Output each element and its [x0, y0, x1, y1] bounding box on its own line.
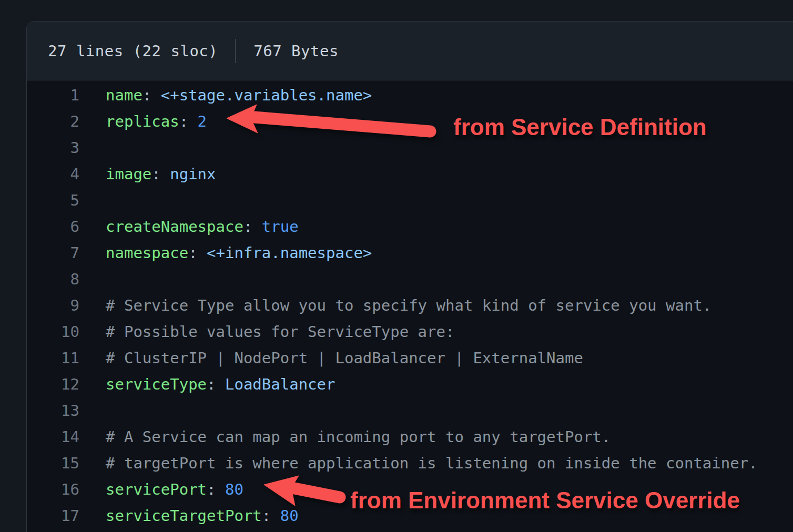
comment-token: # Service Type allow you to specify what… — [106, 296, 711, 314]
code-line: 7namespace: <+infra.namespace> — [27, 240, 793, 266]
line-number[interactable]: 14 — [27, 424, 79, 450]
yaml-value-token: 2 — [198, 112, 207, 130]
code-line-content: replicas: 2 — [79, 108, 207, 135]
line-number[interactable]: 12 — [27, 371, 79, 397]
colon-token: : — [143, 86, 161, 104]
line-number[interactable]: 1 — [27, 82, 79, 108]
line-number[interactable]: 4 — [27, 161, 79, 187]
code-line-content: # ClusterIP | NodePort | LoadBalancer | … — [79, 345, 583, 371]
code-line: 8 — [27, 266, 793, 292]
code-line-content: namespace: <+infra.namespace> — [79, 240, 372, 266]
code-line-content: servicePort: 80 — [79, 476, 243, 503]
yaml-key-token: replicas — [106, 112, 179, 130]
colon-token: : — [188, 244, 207, 262]
comment-token: # targetPort is where application is lis… — [106, 454, 758, 472]
line-number[interactable]: 8 — [27, 266, 79, 292]
yaml-key-token: image — [106, 165, 151, 183]
line-number[interactable]: 10 — [27, 319, 79, 345]
code-line-content: # A Service can map an incoming port to … — [79, 424, 611, 450]
code-line: 5 — [27, 187, 793, 213]
yaml-value-token: <+infra.namespace> — [207, 244, 372, 262]
yaml-key-token: serviceType — [106, 375, 207, 393]
file-size: 767 Bytes — [253, 42, 339, 60]
comment-token: # Possible values for ServiceType are: — [106, 323, 454, 341]
comment-token: # A Service can map an incoming port to … — [106, 428, 611, 446]
line-number[interactable]: 9 — [27, 292, 79, 319]
code-line-content: image: nginx — [79, 161, 216, 187]
code-line: 11# ClusterIP | NodePort | LoadBalancer … — [27, 345, 793, 371]
line-number[interactable]: 13 — [27, 397, 79, 424]
file-header-bar: 27 lines (22 sloc) 767 Bytes — [27, 22, 793, 80]
header-divider — [235, 39, 236, 63]
code-line: 15# targetPort is where application is l… — [27, 450, 793, 476]
annotation-text-service-definition: from Service Definition — [453, 114, 707, 140]
code-lines: 1name: <+stage.variables.name>2replicas:… — [27, 80, 793, 529]
code-line: 6createNamespace: true — [27, 213, 793, 240]
colon-token: : — [243, 218, 262, 236]
line-number[interactable]: 11 — [27, 345, 79, 371]
colon-token: : — [207, 480, 225, 498]
colon-token: : — [207, 375, 225, 393]
code-line-content — [79, 187, 106, 213]
yaml-key-token: serviceTargetPort — [106, 507, 262, 525]
comment-token: # ClusterIP | NodePort | LoadBalancer | … — [106, 349, 583, 367]
yaml-key-token: namespace — [106, 244, 188, 262]
colon-token: : — [151, 165, 170, 183]
yaml-key-token: servicePort — [106, 480, 207, 498]
code-line: 9# Service Type allow you to specify wha… — [27, 292, 793, 319]
line-number[interactable]: 3 — [27, 135, 79, 161]
annotation-arrow-environment-override — [257, 471, 351, 518]
code-line: 14# A Service can map an incoming port t… — [27, 424, 793, 450]
colon-token: : — [179, 112, 198, 130]
line-number[interactable]: 6 — [27, 213, 79, 240]
code-line-content: # Possible values for ServiceType are: — [79, 319, 454, 345]
code-line: 10# Possible values for ServiceType are: — [27, 319, 793, 345]
yaml-key-token: createNamespace — [106, 218, 243, 236]
yaml-key-token: name — [106, 86, 143, 104]
yaml-value-token: 80 — [225, 480, 243, 498]
yaml-value-token: LoadBalancer — [225, 375, 336, 393]
code-line-content — [79, 266, 106, 292]
code-line-content: createNamespace: true — [79, 213, 299, 240]
file-lines-info: 27 lines (22 sloc) — [48, 42, 218, 60]
line-number[interactable]: 16 — [27, 476, 79, 503]
code-line-content: serviceType: LoadBalancer — [79, 371, 336, 397]
code-line-content: # targetPort is where application is lis… — [79, 450, 758, 476]
code-line: 13 — [27, 397, 793, 424]
annotation-text-environment-override: from Environment Service Override — [350, 487, 740, 514]
line-number[interactable]: 7 — [27, 240, 79, 266]
code-line-content: # Service Type allow you to specify what… — [79, 292, 711, 319]
code-line: 4image: nginx — [27, 161, 793, 187]
line-number[interactable]: 17 — [27, 503, 79, 529]
code-line: 12serviceType: LoadBalancer — [27, 371, 793, 397]
annotation-arrow-service-definition — [221, 101, 442, 143]
line-number[interactable]: 15 — [27, 450, 79, 476]
file-viewer-panel: 27 lines (22 sloc) 767 Bytes 1name: <+st… — [26, 21, 793, 532]
line-number[interactable]: 5 — [27, 187, 79, 213]
yaml-value-token: true — [262, 218, 299, 236]
yaml-value-token: nginx — [170, 165, 216, 183]
line-number[interactable]: 2 — [27, 108, 79, 135]
code-line-content — [79, 135, 106, 161]
page-background: { "header": { "lines_info": "27 lines (2… — [0, 0, 793, 532]
code-line-content — [79, 397, 106, 424]
